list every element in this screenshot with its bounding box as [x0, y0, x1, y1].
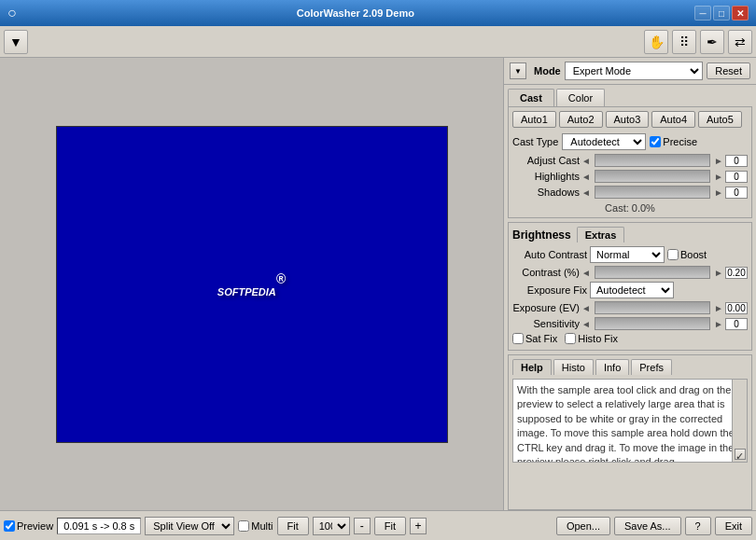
preview-checkbox[interactable]: [4, 520, 15, 532]
exposure-ev-right-arrow[interactable]: ►: [714, 303, 723, 313]
zoom-plus-button[interactable]: +: [410, 518, 427, 534]
adjust-cast-right-arrow[interactable]: ►: [714, 156, 723, 166]
hand-tool-button[interactable]: ✋: [644, 30, 668, 54]
minimize-button[interactable]: ─: [694, 6, 711, 21]
save-as-button[interactable]: Save As...: [614, 517, 681, 535]
toolbar: ▼ ✋ ⠿ ✒ ⇄: [0, 26, 756, 58]
sensitivity-left-arrow[interactable]: ◄: [581, 319, 591, 329]
sensitivity-value: 0: [725, 318, 748, 330]
contrast-label: Contrast (%): [512, 267, 580, 278]
split-view-select[interactable]: Split View Off: [145, 517, 234, 535]
shadows-slider[interactable]: [595, 186, 710, 199]
contrast-left-arrow[interactable]: ◄: [581, 268, 591, 278]
sensitivity-label: Sensitivity: [512, 318, 580, 329]
brightness-title: Brightness: [512, 228, 571, 242]
grid-tool-button[interactable]: ⠿: [672, 30, 696, 54]
help-text-area: With the sample area tool click and drag…: [512, 379, 748, 463]
auto-buttons-row: Auto1 Auto2 Auto3 Auto4 Auto5: [512, 111, 748, 128]
help-scrollbar[interactable]: ✓: [732, 380, 747, 462]
tab-extras[interactable]: Extras: [577, 227, 625, 242]
help-text: With the sample area tool click and drag…: [517, 384, 735, 463]
contrast-right-arrow[interactable]: ►: [714, 268, 723, 278]
titlebar: ○ ColorWasher 2.09 Demo ─ □ ✕: [0, 0, 756, 26]
fit2-button[interactable]: Fit: [374, 517, 406, 535]
exposure-fix-label: Exposure Fix: [512, 284, 587, 296]
dropdown-button[interactable]: ▼: [4, 30, 28, 54]
exposure-ev-slider[interactable]: [595, 301, 710, 314]
precise-check: Precise: [650, 136, 697, 147]
exposure-ev-left-arrow[interactable]: ◄: [581, 303, 591, 313]
arrows-tool-button[interactable]: ⇄: [728, 30, 752, 54]
reset-button[interactable]: Reset: [707, 62, 750, 79]
tab-color[interactable]: Color: [556, 89, 605, 106]
contrast-row: Contrast (%) ◄ ► 0.20: [512, 266, 748, 279]
shadows-label: Shadows: [512, 187, 580, 198]
tab-info[interactable]: Info: [595, 359, 629, 375]
highlights-left-arrow[interactable]: ◄: [581, 172, 591, 182]
tab-help[interactable]: Help: [512, 359, 552, 375]
cast-result: Cast: 0.0%: [512, 202, 748, 214]
highlights-row: Highlights ◄ ► 0: [512, 170, 748, 183]
maximize-button[interactable]: □: [713, 6, 730, 21]
shadows-value: 0: [725, 187, 748, 199]
shadows-right-arrow[interactable]: ►: [714, 187, 723, 198]
right-panel: ▼ Mode Expert Mode Reset Cast Color: [504, 58, 756, 510]
zoom-select[interactable]: 100%: [313, 517, 350, 535]
auto2-button[interactable]: Auto2: [559, 111, 603, 128]
tab-histo[interactable]: Histo: [553, 359, 594, 375]
sensitivity-slider[interactable]: [595, 317, 710, 330]
highlights-label: Highlights: [512, 171, 580, 182]
auto-contrast-row: Auto Contrast Normal Boost: [512, 246, 748, 263]
precise-checkbox[interactable]: [650, 136, 661, 147]
mode-bar: ▼ Mode Expert Mode Reset: [504, 58, 756, 85]
histo-fix-checkbox[interactable]: [565, 333, 576, 344]
histo-fix-check: Histo Fix: [565, 333, 618, 344]
multi-label: Multi: [251, 520, 273, 532]
highlights-right-arrow[interactable]: ►: [714, 172, 723, 182]
fit-button[interactable]: Fit: [277, 517, 309, 535]
multi-checkbox[interactable]: [238, 520, 249, 532]
cast-type-row: Cast Type Autodetect Precise: [512, 133, 748, 150]
contrast-slider[interactable]: [595, 266, 710, 279]
mode-select[interactable]: Expert Mode: [565, 62, 704, 80]
exposure-fix-select[interactable]: Autodetect: [590, 282, 674, 298]
adjust-cast-slider[interactable]: [595, 154, 710, 167]
preview-area: SOFTPEDIA®: [0, 58, 504, 510]
exposure-fix-row: Exposure Fix Autodetect: [512, 282, 748, 298]
sat-fix-label: Sat Fix: [525, 333, 557, 344]
tab-cast[interactable]: Cast: [508, 89, 554, 106]
auto3-button[interactable]: Auto3: [606, 111, 650, 128]
sensitivity-right-arrow[interactable]: ►: [714, 319, 723, 329]
highlights-slider[interactable]: [595, 170, 710, 183]
shadows-left-arrow[interactable]: ◄: [581, 187, 591, 198]
exposure-ev-value: 0.00: [725, 302, 748, 314]
brightness-panel: Brightness Extras Auto Contrast Normal B…: [508, 222, 752, 351]
adjust-cast-row: Adjust Cast ◄ ► 0: [512, 154, 748, 167]
mode-dropdown-button[interactable]: ▼: [510, 62, 526, 79]
zoom-minus-button[interactable]: -: [354, 518, 371, 534]
window-title: ColorWasher 2.09 Demo: [17, 7, 694, 19]
preview-label: Preview: [17, 520, 53, 532]
auto5-button[interactable]: Auto5: [698, 111, 742, 128]
adjust-cast-left-arrow[interactable]: ◄: [581, 156, 591, 166]
help-button[interactable]: ?: [685, 517, 711, 535]
exit-button[interactable]: Exit: [715, 517, 752, 535]
cast-color-tab-bar: Cast Color: [504, 85, 756, 106]
boost-checkbox[interactable]: [667, 249, 679, 260]
window-controls: ─ □ ✕: [694, 6, 749, 21]
close-button[interactable]: ✕: [732, 6, 749, 21]
auto-contrast-select[interactable]: Normal: [590, 246, 665, 263]
preview-check: Preview: [4, 520, 53, 532]
tab-prefs[interactable]: Prefs: [631, 359, 672, 375]
shadows-row: Shadows ◄ ► 0: [512, 186, 748, 199]
brightness-header: Brightness Extras: [512, 227, 748, 242]
eyedropper-tool-button[interactable]: ✒: [700, 30, 724, 54]
auto4-button[interactable]: Auto4: [651, 111, 695, 128]
cast-type-select[interactable]: Autodetect: [562, 133, 646, 150]
sat-fix-checkbox[interactable]: [512, 333, 524, 344]
open-button[interactable]: Open...: [556, 517, 610, 535]
scrollbar-thumb[interactable]: ✓: [735, 449, 746, 460]
auto1-button[interactable]: Auto1: [512, 111, 556, 128]
exposure-ev-row: Exposure (EV) ◄ ► 0.00: [512, 301, 748, 314]
exposure-ev-label: Exposure (EV): [512, 302, 580, 313]
